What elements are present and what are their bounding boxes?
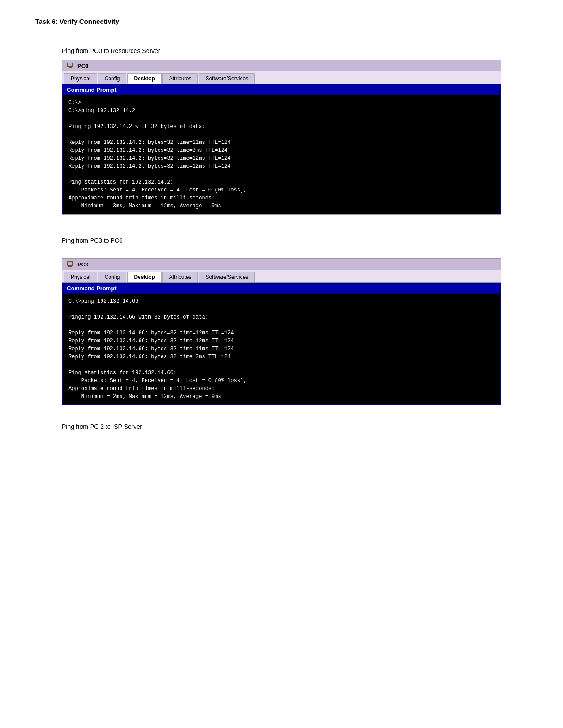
svg-rect-3 bbox=[68, 68, 72, 68]
tab-desktop-1[interactable]: Desktop bbox=[127, 272, 161, 282]
svg-rect-5 bbox=[68, 262, 72, 265]
svg-rect-6 bbox=[69, 266, 72, 266]
cmd-titlebar-0: Command Prompt bbox=[63, 85, 500, 94]
task-title: Task 6: Verify Connectivity bbox=[35, 18, 528, 25]
pc3-icon bbox=[67, 261, 74, 268]
tab-physical-0[interactable]: Physical bbox=[64, 73, 97, 84]
cmd-area-1: Command Prompt C:\>ping 192.132.14.66 Pi… bbox=[62, 283, 501, 405]
tab-desktop-0[interactable]: Desktop bbox=[127, 73, 161, 84]
bottom-section-label: Ping from PC 2 to ISP Server bbox=[62, 423, 528, 430]
section-label-2: Ping from PC3 to PC6 bbox=[62, 237, 528, 244]
cmd-body-1: C:\>ping 192.132.14.66 Pinging 192.132.1… bbox=[63, 294, 500, 404]
tab-physical-1[interactable]: Physical bbox=[64, 272, 97, 282]
tab-config-0[interactable]: Config bbox=[98, 73, 127, 84]
window-pc3: PC3 Physical Config Desktop Attributes S… bbox=[62, 258, 501, 405]
pc3-title: PC3 bbox=[77, 261, 88, 268]
tab-software-0[interactable]: Software/Services bbox=[199, 73, 255, 84]
tab-software-1[interactable]: Software/Services bbox=[199, 272, 255, 282]
window-pc0: PC0 Physical Config Desktop Attributes S… bbox=[62, 60, 501, 215]
section-label-1: Ping from PC0 to Resources Server bbox=[62, 47, 528, 54]
pc-icon bbox=[67, 62, 74, 69]
cmd-titlebar-1: Command Prompt bbox=[63, 284, 500, 293]
pc0-title: PC0 bbox=[77, 63, 88, 69]
svg-rect-2 bbox=[69, 67, 72, 68]
pc3-tabs: Physical Config Desktop Attributes Softw… bbox=[62, 270, 501, 283]
pc3-titlebar: PC3 bbox=[62, 259, 501, 270]
pc0-titlebar: PC0 bbox=[62, 60, 501, 71]
pc0-tabs: Physical Config Desktop Attributes Softw… bbox=[62, 71, 501, 84]
svg-rect-7 bbox=[68, 266, 72, 267]
cmd-body-0: C:\> C:\>ping 192.132.14.2 Pinging 192.1… bbox=[63, 95, 500, 214]
tab-attributes-0[interactable]: Attributes bbox=[162, 73, 198, 84]
tab-attributes-1[interactable]: Attributes bbox=[162, 272, 198, 282]
cmd-area-0: Command Prompt C:\> C:\>ping 192.132.14.… bbox=[62, 84, 501, 214]
tab-config-1[interactable]: Config bbox=[98, 272, 127, 282]
svg-rect-1 bbox=[68, 63, 72, 66]
